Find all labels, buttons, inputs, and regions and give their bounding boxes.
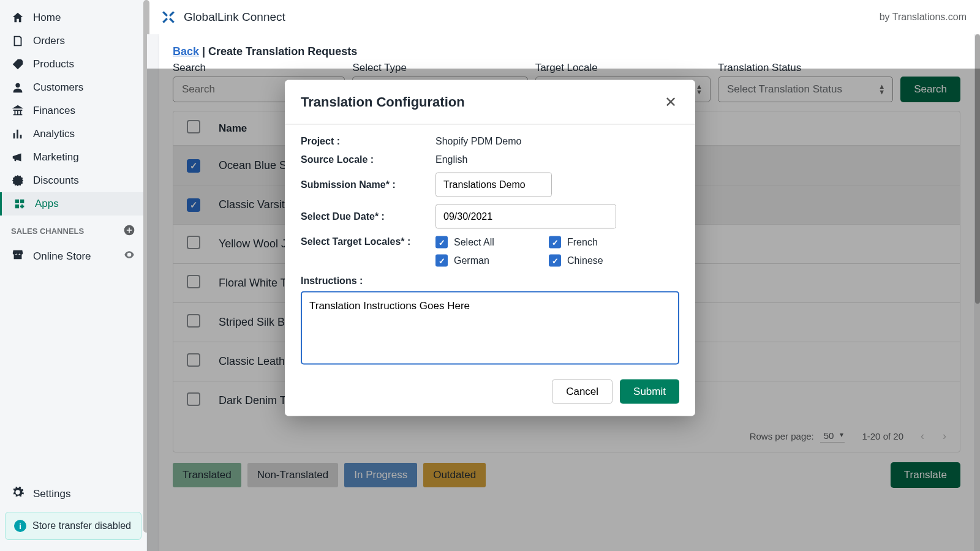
main: GlobalLink Connect by Translations.com B…	[147, 0, 980, 551]
home-icon	[11, 11, 24, 24]
instructions-label: Instructions :	[301, 276, 679, 287]
nav-finances[interactable]: Finances	[0, 99, 146, 122]
locale-chinese[interactable]: ✓Chinese	[549, 255, 662, 267]
nav-products[interactable]: Products	[0, 53, 146, 76]
nav-marketing[interactable]: Marketing	[0, 146, 146, 169]
gear-icon	[11, 485, 24, 502]
locale-french[interactable]: ✓French	[549, 236, 662, 249]
apps-icon	[13, 197, 26, 211]
nav-customers[interactable]: Customers	[0, 76, 146, 99]
nav-online-store[interactable]: Online Store	[0, 243, 146, 269]
eye-icon[interactable]	[123, 249, 135, 264]
locale-select-all[interactable]: ✓Select All	[435, 236, 549, 249]
nav-label: Discounts	[33, 174, 79, 187]
cancel-button[interactable]: Cancel	[552, 380, 612, 404]
sidebar: Home Orders Products Customers Finances …	[0, 0, 147, 551]
page-title: Create Translation Requests	[208, 45, 357, 58]
nav-label: Products	[33, 58, 74, 70]
orders-icon	[11, 34, 24, 48]
megaphone-icon	[11, 151, 24, 164]
tag-icon	[11, 58, 24, 71]
nav-apps[interactable]: Apps	[0, 192, 146, 216]
submit-button[interactable]: Submit	[620, 380, 679, 404]
nav-label: Marketing	[33, 151, 79, 163]
close-icon[interactable]: ✕	[662, 91, 679, 113]
project-label: Project :	[301, 136, 429, 147]
submission-name-label: Submission Name* :	[301, 179, 429, 190]
add-channel-icon[interactable]	[123, 224, 135, 238]
nav-label: Home	[33, 12, 61, 24]
store-transfer-banner[interactable]: i Store transfer disabled	[5, 512, 141, 540]
brand-logo-icon	[160, 9, 176, 25]
target-locales-label: Select Target Locales* :	[301, 236, 429, 247]
checkbox-icon: ✓	[435, 255, 448, 267]
nav-orders[interactable]: Orders	[0, 29, 146, 53]
modal-title: Translation Configuration	[301, 94, 465, 110]
instructions-textarea[interactable]	[301, 291, 679, 365]
app-title: GlobalLink Connect	[184, 10, 285, 24]
bars-icon	[11, 127, 24, 141]
due-date-input[interactable]	[435, 204, 616, 229]
nav-label: Analytics	[33, 128, 75, 140]
nav-discounts[interactable]: Discounts	[0, 169, 146, 192]
translation-config-modal: Translation Configuration ✕ Project :Sho…	[285, 80, 695, 416]
nav-label: Finances	[33, 105, 75, 117]
breadcrumb: Back | Create Translation Requests	[173, 45, 960, 58]
nav-home[interactable]: Home	[0, 6, 146, 29]
brand: GlobalLink Connect	[160, 9, 285, 25]
checkbox-icon: ✓	[549, 236, 561, 249]
sales-channels-header: SALES CHANNELS	[0, 216, 146, 243]
nav-settings[interactable]: Settings	[0, 479, 146, 508]
nav-label: Orders	[33, 35, 65, 47]
banner-text: Store transfer disabled	[32, 520, 131, 531]
discount-icon	[11, 174, 24, 187]
bank-icon	[11, 104, 24, 118]
due-date-label: Select Due Date* :	[301, 211, 429, 222]
back-link[interactable]: Back	[173, 45, 199, 58]
person-icon	[11, 81, 24, 94]
byline: by Translations.com	[880, 12, 967, 23]
info-icon: i	[14, 520, 26, 532]
nav-label: Settings	[33, 488, 70, 500]
project-value: Shopify PDM Demo	[435, 136, 522, 147]
nav-analytics[interactable]: Analytics	[0, 122, 146, 146]
topbar: GlobalLink Connect by Translations.com	[147, 0, 980, 34]
checkbox-icon: ✓	[435, 236, 448, 249]
source-locale-label: Source Locale :	[301, 154, 429, 165]
locale-german[interactable]: ✓German	[435, 255, 549, 267]
checkbox-icon: ✓	[549, 255, 561, 267]
source-locale-value: English	[435, 154, 467, 165]
submission-name-input[interactable]	[435, 173, 552, 197]
store-icon	[11, 248, 24, 264]
nav-label: Online Store	[33, 250, 91, 263]
nav-label: Apps	[35, 198, 59, 210]
nav-label: Customers	[33, 81, 83, 94]
